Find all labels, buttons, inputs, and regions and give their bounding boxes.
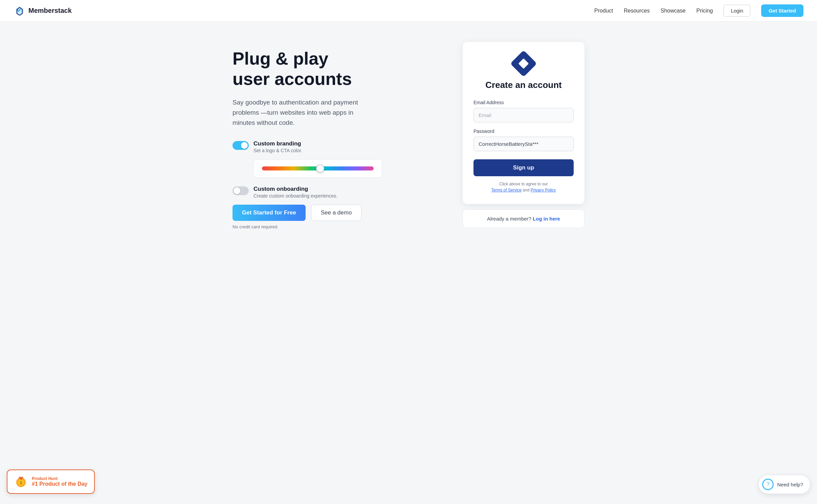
- get-started-nav-button[interactable]: Get Started: [761, 4, 803, 17]
- hero-subtitle: Say goodbye to authentication and paymen…: [233, 97, 375, 128]
- email-input[interactable]: [473, 108, 574, 122]
- login-button[interactable]: Login: [724, 5, 750, 17]
- feature-branding-label: Custom branding: [253, 140, 302, 147]
- already-member-box: Already a member? Log in here: [463, 209, 584, 228]
- email-group: Email Address: [473, 100, 574, 122]
- svg-rect-3: [20, 478, 22, 480]
- email-label: Email Address: [473, 100, 574, 105]
- logo-text: Memberstack: [28, 7, 72, 15]
- hero-title: Plug & play user accounts: [233, 49, 436, 89]
- feature-branding-desc: Set a logo & CTA color.: [253, 148, 302, 153]
- right-panel: Create an account Email Address Password…: [463, 42, 584, 228]
- privacy-link[interactable]: Privacy Policy: [531, 188, 556, 192]
- ph-title: #1 Product of the Day: [32, 481, 87, 487]
- already-member-text: Already a member?: [487, 216, 531, 222]
- ph-badge[interactable]: 1 Product Hunt #1 Product of the Day: [7, 469, 95, 494]
- navbar: Memberstack Product Resources Showcase P…: [0, 0, 817, 22]
- nav-links: Product Resources Showcase Pricing Login…: [594, 4, 803, 17]
- get-started-button[interactable]: Get Started for Free: [233, 205, 306, 221]
- signup-button[interactable]: Sign up: [473, 159, 574, 176]
- password-input[interactable]: [473, 137, 574, 151]
- terms-text: Click above to agree to our Terms of Ser…: [473, 181, 574, 193]
- ph-medal-icon: 1: [14, 475, 28, 488]
- card-diamond-icon: [510, 50, 537, 77]
- color-slider-box: [253, 159, 382, 178]
- signup-card: Create an account Email Address Password…: [463, 42, 584, 204]
- main-content: Plug & play user accounts Say goodbye to…: [189, 22, 628, 243]
- no-cc-text: No credit card required: [233, 224, 436, 229]
- nav-showcase[interactable]: Showcase: [661, 8, 686, 14]
- logo-icon: [14, 5, 26, 17]
- signup-title: Create an account: [473, 80, 574, 90]
- color-slider-thumb[interactable]: [316, 164, 324, 173]
- need-help-button[interactable]: ? Need help?: [758, 475, 810, 494]
- ph-label: Product Hunt: [32, 476, 87, 481]
- feature-branding-row: Custom branding Set a logo & CTA color.: [233, 140, 436, 153]
- feature-onboarding-desc: Create custom onboarding experiences.: [253, 193, 337, 199]
- login-link[interactable]: Log in here: [533, 216, 560, 222]
- nav-resources[interactable]: Resources: [624, 8, 649, 14]
- feature-onboarding-label: Custom onboarding: [253, 186, 337, 192]
- terms-link[interactable]: Terms of Service: [491, 188, 522, 192]
- onboarding-toggle[interactable]: [233, 186, 249, 195]
- cta-row: Get Started for Free See a demo: [233, 205, 436, 221]
- password-label: Password: [473, 129, 574, 134]
- svg-text:1: 1: [20, 481, 22, 485]
- need-help-label: Need help?: [777, 482, 803, 487]
- logo-link[interactable]: Memberstack: [14, 5, 72, 17]
- branding-toggle[interactable]: [233, 141, 249, 150]
- see-demo-button[interactable]: See a demo: [311, 205, 362, 221]
- nav-pricing[interactable]: Pricing: [697, 8, 713, 14]
- color-slider-track[interactable]: [262, 166, 374, 170]
- card-logo-wrap: [473, 54, 574, 73]
- help-icon: ?: [762, 479, 774, 490]
- feature-onboarding-row: Custom onboarding Create custom onboardi…: [233, 186, 436, 199]
- left-panel: Plug & play user accounts Say goodbye to…: [233, 42, 436, 229]
- password-group: Password: [473, 129, 574, 151]
- nav-product[interactable]: Product: [594, 8, 613, 14]
